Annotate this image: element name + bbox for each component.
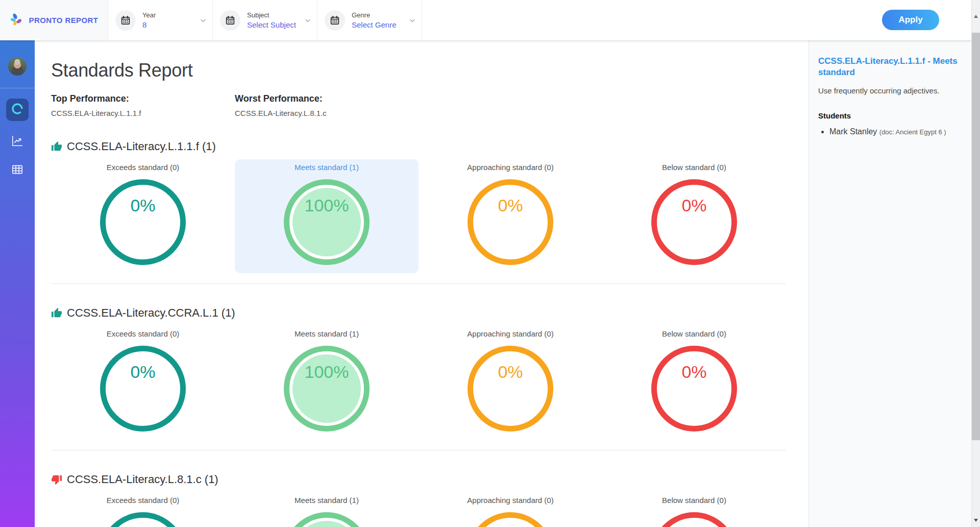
standard-bucket[interactable]: Exceeds standard (0) 0% xyxy=(51,492,235,527)
standard-bucket[interactable]: Approaching standard (0) 0% xyxy=(419,492,602,527)
ring-inner-fill: 100% xyxy=(292,521,361,527)
filter-label: Genre xyxy=(352,11,402,19)
percentage-value: 0% xyxy=(130,362,155,382)
bucket-label: Meets standard (1) xyxy=(295,495,359,506)
sidebar-item-progress[interactable] xyxy=(10,134,25,150)
bucket-label: Below standard (0) xyxy=(662,495,726,506)
standard-bucket[interactable]: Below standard (0) 0% xyxy=(602,326,786,440)
donut-chart-icon xyxy=(11,102,24,117)
percentage-ring: 0% xyxy=(100,346,186,432)
scroll-down-arrow[interactable] xyxy=(974,519,978,522)
standard-bucket[interactable]: Meets standard (1) 100% xyxy=(235,159,419,273)
apply-button[interactable]: Apply xyxy=(882,10,939,30)
percentage-ring: 100% xyxy=(284,512,370,527)
bucket-label: Approaching standard (0) xyxy=(467,495,553,506)
bucket-label: Exceeds standard (0) xyxy=(107,495,180,506)
page-title: Standards Report xyxy=(51,60,787,81)
percentage-ring: 0% xyxy=(100,512,186,527)
performance-summary: Top Performance: CCSS.ELA-Literacy.L.1.1… xyxy=(51,93,787,117)
calendar-icon xyxy=(115,10,136,31)
percentage-value: 0% xyxy=(498,362,523,382)
vertical-scrollbar[interactable] xyxy=(971,0,980,527)
table-icon xyxy=(11,163,24,178)
percentage-ring: 0% xyxy=(468,346,553,432)
brand-name: PRONTO REPORT xyxy=(29,16,99,25)
percentage-ring: 0% xyxy=(468,512,553,527)
sidebar xyxy=(0,40,35,527)
percentage-value: 0% xyxy=(498,196,523,215)
brand-logo-icon xyxy=(10,12,24,29)
detail-panel: CCSS.ELA-Literacy.L.1.1.f - Meets standa… xyxy=(808,40,971,527)
chevron-down-icon xyxy=(199,16,207,25)
brand: PRONTO REPORT xyxy=(0,0,108,40)
section-divider xyxy=(51,283,786,284)
percentage-value: 0% xyxy=(681,196,706,215)
bucket-label: Exceeds standard (0) xyxy=(107,329,180,339)
percentage-ring: 0% xyxy=(651,346,737,432)
calendar-icon xyxy=(325,10,345,31)
standard-section: CCSS.ELA-Literacy.CCRA.L.1 (1) Exceeds s… xyxy=(51,305,787,450)
standard-bucket[interactable]: Below standard (0) 0% xyxy=(602,492,786,527)
standard-section: CCSS.ELA-Literacy.L.8.1.c (1) Exceeds st… xyxy=(51,472,787,527)
percentage-ring: 100% xyxy=(284,346,370,432)
sidebar-item-standards-active[interactable] xyxy=(6,99,29,121)
scroll-up-arrow[interactable] xyxy=(974,15,978,18)
standard-bucket[interactable]: Exceeds standard (0) 0% xyxy=(51,159,235,273)
percentage-ring: 0% xyxy=(651,512,737,527)
percentage-ring: 0% xyxy=(651,179,737,265)
filter-label: Subject xyxy=(247,11,297,19)
students-heading: Students xyxy=(818,111,962,120)
standard-bucket[interactable]: Exceeds standard (0) 0% xyxy=(51,326,235,440)
bucket-label: Meets standard (1) xyxy=(295,329,359,339)
avatar[interactable] xyxy=(8,57,27,76)
filter-genre[interactable]: Genre Select Genre xyxy=(317,0,422,40)
thumbs-down-icon xyxy=(51,474,62,485)
section-title: CCSS.ELA-Literacy.L.8.1.c (1) xyxy=(67,473,218,486)
filter-subject[interactable]: Subject Select Subject xyxy=(213,0,317,40)
thumbs-up-icon xyxy=(51,141,62,152)
percentage-value: 100% xyxy=(305,362,349,382)
standard-bucket[interactable]: Meets standard (1) 100% xyxy=(235,326,419,440)
detail-panel-description: Use frequently occurring adjectives. xyxy=(818,86,962,95)
bucket-label: Meets standard (1) xyxy=(295,162,359,173)
percentage-value: 100% xyxy=(305,196,349,215)
standard-bucket[interactable]: Approaching standard (0) 0% xyxy=(419,159,602,273)
bucket-label: Approaching standard (0) xyxy=(467,162,553,173)
sidebar-item-table[interactable] xyxy=(10,163,25,178)
main-content: Standards Report Top Performance: CCSS.E… xyxy=(35,40,808,527)
bucket-label: Exceeds standard (0) xyxy=(107,162,180,173)
filter-value: Select Subject xyxy=(247,20,297,29)
filter-label: Year xyxy=(142,11,192,19)
standard-bucket[interactable]: Approaching standard (0) 0% xyxy=(419,326,602,440)
filter-value: 8 xyxy=(142,20,192,29)
percentage-value: 0% xyxy=(130,196,155,215)
student-doc: (doc: Ancient Egypt 6 ) xyxy=(879,128,946,136)
worst-performance-label: Worst Performance: xyxy=(235,93,419,104)
section-title: CCSS.ELA-Literacy.L.1.1.f (1) xyxy=(67,140,216,153)
top-bar: PRONTO REPORT Year 8 xyxy=(0,0,971,40)
chevron-down-icon xyxy=(304,16,312,25)
scrollbar-thumb[interactable] xyxy=(972,33,980,440)
ring-inner-fill: 100% xyxy=(292,188,361,256)
standard-bucket[interactable]: Below standard (0) 0% xyxy=(602,159,786,273)
chevron-down-icon xyxy=(408,16,416,25)
percentage-value: 0% xyxy=(681,362,706,382)
calendar-icon xyxy=(220,10,240,31)
top-performance-label: Top Performance: xyxy=(51,93,235,104)
bucket-label: Approaching standard (0) xyxy=(467,329,553,339)
standards-sections: CCSS.ELA-Literacy.L.1.1.f (1) Exceeds st… xyxy=(51,139,787,527)
filter-year[interactable]: Year 8 xyxy=(108,0,213,40)
percentage-ring: 100% xyxy=(284,179,370,265)
detail-panel-title: CCSS.ELA-Literacy.L.1.1.f - Meets standa… xyxy=(818,56,962,78)
ring-inner-fill: 100% xyxy=(292,354,361,423)
bucket-label: Below standard (0) xyxy=(662,329,726,339)
bucket-label: Below standard (0) xyxy=(662,162,726,173)
standard-section: CCSS.ELA-Literacy.L.1.1.f (1) Exceeds st… xyxy=(51,139,787,284)
section-divider xyxy=(51,450,786,450)
filter-value: Select Genre xyxy=(352,20,402,29)
worst-performance-value: CCSS.ELA-Literacy.L.8.1.c xyxy=(235,109,419,117)
standard-bucket[interactable]: Meets standard (1) 100% xyxy=(235,492,419,527)
percentage-ring: 0% xyxy=(100,179,186,265)
top-performance-value: CCSS.ELA-Literacy.L.1.1.f xyxy=(51,109,235,117)
sidebar-divider xyxy=(0,88,35,88)
